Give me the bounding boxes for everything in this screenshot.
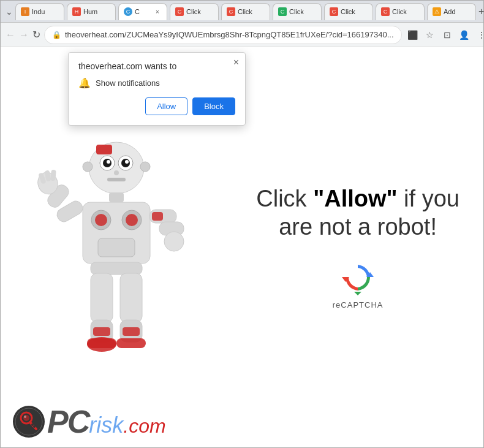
lock-icon: 🔒: [52, 31, 61, 39]
tab-hum[interactable]: H Hum: [67, 3, 116, 20]
tab-close-btn[interactable]: ×: [153, 7, 162, 16]
tab-favicon-active: C: [124, 7, 132, 16]
svg-rect-38: [123, 327, 140, 336]
svg-point-46: [24, 416, 26, 418]
svg-point-6: [125, 160, 129, 164]
popup-actions: Allow Block: [78, 97, 235, 115]
extensions-button[interactable]: ⬛: [406, 28, 420, 42]
recaptcha-container: reCAPTCHA: [333, 260, 384, 309]
svg-point-7: [114, 170, 119, 175]
robot-illustration: [37, 119, 196, 376]
tab-click1[interactable]: C Click: [170, 3, 219, 20]
tab-favicon-add: ⚠: [433, 7, 441, 16]
svg-rect-17: [98, 238, 135, 257]
bell-icon: 🔔: [78, 77, 91, 89]
svg-point-45: [23, 415, 29, 421]
tab-label-add: Add: [444, 8, 456, 15]
tab-click5[interactable]: C Click: [376, 3, 425, 20]
svg-rect-37: [93, 327, 110, 336]
tab-favicon-indu: I: [21, 7, 29, 16]
svg-point-9: [83, 162, 93, 172]
svg-point-5: [107, 160, 110, 164]
tab-favicon-click3: C: [278, 7, 287, 16]
svg-point-16: [126, 214, 138, 226]
address-actions: ⬛ ☆ ⊡ 👤 ⋮: [406, 28, 484, 42]
pcrisk-risk: risk: [89, 412, 123, 438]
tab-label-click2: Click: [238, 8, 252, 15]
recaptcha-icon: [339, 260, 376, 297]
tab-active[interactable]: C C ×: [118, 3, 167, 20]
allow-button[interactable]: Allow: [145, 97, 187, 115]
svg-rect-34: [120, 273, 142, 322]
url-text: theoverheat.com/ZUCMeaYs9yIQWUEmbrsg8Shr…: [65, 30, 394, 39]
pcrisk-dotcom: .com: [123, 415, 165, 438]
tab-label-click5: Click: [392, 8, 407, 15]
permission-text: Show notifications: [96, 78, 160, 88]
cast-button[interactable]: ⊡: [440, 28, 455, 42]
forward-button[interactable]: →: [19, 26, 29, 44]
notification-popup: theoverheat.com wants to × 🔔 Show notifi…: [68, 52, 246, 126]
tab-click4[interactable]: C Click: [324, 3, 373, 20]
svg-rect-30: [91, 273, 113, 322]
tab-label-click3: Click: [289, 8, 304, 15]
svg-point-49: [33, 425, 36, 428]
svg-point-15: [95, 214, 107, 226]
tab-favicon-hum: H: [72, 7, 81, 16]
browser-window: ⌄ I Indu H Hum C C × C Click C Click C C…: [0, 0, 484, 448]
svg-rect-8: [107, 178, 126, 181]
tab-label-click4: Click: [341, 8, 355, 15]
menu-button[interactable]: ⋮: [474, 28, 484, 42]
svg-point-27: [164, 232, 184, 251]
svg-rect-11: [109, 192, 124, 202]
tab-label-hum: Hum: [83, 8, 97, 15]
tab-favicon-click1: C: [175, 7, 184, 16]
svg-rect-36: [116, 338, 146, 348]
tab-indu[interactable]: I Indu: [15, 3, 64, 20]
svg-point-10: [140, 162, 150, 172]
svg-rect-29: [91, 262, 142, 275]
svg-rect-18: [96, 145, 112, 154]
back-button[interactable]: ←: [6, 26, 15, 44]
bookmark-button[interactable]: ☆: [423, 28, 437, 42]
browser-content: theoverheat.com wants to × 🔔 Show notifi…: [1, 47, 483, 447]
pcrisk-logo-icon: [13, 406, 45, 438]
popup-title: theoverheat.com wants to: [78, 61, 235, 71]
pcrisk-pc: PC: [47, 403, 89, 440]
captcha-text-bold: "Allow": [313, 186, 397, 211]
tab-chevron[interactable]: ⌄: [6, 4, 13, 19]
pcrisk-watermark: PCrisk.com: [13, 403, 166, 440]
tab-favicon-click4: C: [330, 7, 338, 16]
page-right: Click "Allow" if you are not a robot!: [232, 47, 483, 447]
refresh-button[interactable]: ↻: [32, 26, 40, 44]
popup-permission-row: 🔔 Show notifications: [78, 77, 235, 89]
popup-close-button[interactable]: ×: [233, 58, 239, 67]
tab-label-active: C: [135, 8, 140, 15]
address-bar[interactable]: 🔒 theoverheat.com/ZUCMeaYs9yIQWUEmbrsg8S…: [44, 26, 402, 44]
recaptcha-label: reCAPTCHA: [333, 300, 384, 309]
svg-point-48: [31, 423, 34, 426]
svg-marker-40: [354, 292, 361, 295]
title-bar: ⌄ I Indu H Hum C C × C Click C Click C C…: [1, 1, 483, 23]
tab-favicon-click5: C: [381, 7, 390, 16]
tab-label-click1: Click: [186, 8, 201, 15]
profile-button[interactable]: 👤: [457, 28, 472, 42]
tab-label-indu: Indu: [32, 8, 45, 15]
svg-rect-28: [152, 212, 163, 221]
new-tab-button[interactable]: +: [478, 3, 484, 20]
svg-rect-33: [87, 338, 116, 348]
tab-favicon-click2: C: [227, 7, 235, 16]
tab-click3[interactable]: C Click: [273, 3, 322, 20]
pcrisk-text: PCrisk.com: [47, 403, 166, 440]
captcha-text-before: Click: [256, 186, 313, 211]
tab-click2[interactable]: C Click: [221, 3, 270, 20]
tab-add[interactable]: ⚠ Add: [427, 3, 476, 20]
nav-bar: ← → ↻ 🔒 theoverheat.com/ZUCMeaYs9yIQWUEm…: [1, 23, 483, 47]
block-button[interactable]: Block: [192, 97, 235, 115]
captcha-message: Click "Allow" if you are not a robot!: [244, 185, 471, 241]
